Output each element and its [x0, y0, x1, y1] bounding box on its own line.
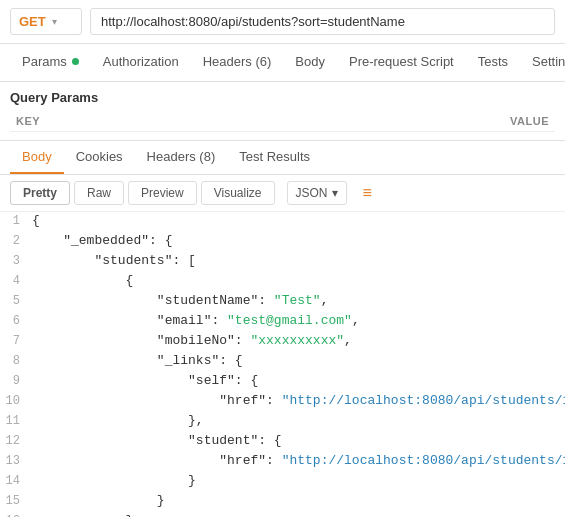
tab-settings[interactable]: Settings	[520, 44, 565, 81]
method-label: GET	[19, 14, 46, 29]
json-line: 10 "href": "http://localhost:8080/api/st…	[0, 392, 565, 412]
url-input[interactable]	[90, 8, 555, 35]
preview-button[interactable]: Preview	[128, 181, 197, 205]
raw-button[interactable]: Raw	[74, 181, 124, 205]
nav-tabs: Params Authorization Headers (6) Body Pr…	[0, 44, 565, 82]
json-format-label: JSON	[296, 186, 328, 200]
tab-cookies[interactable]: Cookies	[64, 141, 135, 174]
json-line: 14 }	[0, 472, 565, 492]
tab-test-results[interactable]: Test Results	[227, 141, 322, 174]
json-content: 1 { 2 "_embedded": { 3 "students": [ 4 {…	[0, 212, 565, 517]
tab-tests[interactable]: Tests	[466, 44, 520, 81]
json-line: 15 }	[0, 492, 565, 512]
top-bar: GET ▾	[0, 0, 565, 44]
json-line: 8 "_links": {	[0, 352, 565, 372]
json-line: 5 "studentName": "Test",	[0, 292, 565, 312]
params-dot	[72, 58, 79, 65]
tab-body-nav[interactable]: Body	[283, 44, 337, 81]
json-line: 2 "_embedded": {	[0, 232, 565, 252]
method-dropdown[interactable]: GET ▾	[10, 8, 82, 35]
params-table: KEY VALUE	[10, 111, 555, 132]
tab-params[interactable]: Params	[10, 44, 91, 81]
json-line: 12 "student": {	[0, 432, 565, 452]
tab-body[interactable]: Body	[10, 141, 64, 174]
json-line: 11 },	[0, 412, 565, 432]
json-line: 4 {	[0, 272, 565, 292]
params-label: Params	[22, 54, 67, 69]
json-line: 16 },	[0, 512, 565, 517]
value-column-header: VALUE	[236, 111, 555, 132]
json-chevron-icon: ▾	[332, 186, 338, 200]
tab-headers-8[interactable]: Headers (8)	[135, 141, 228, 174]
format-toolbar: Pretty Raw Preview Visualize JSON ▾ ≡	[0, 175, 565, 212]
json-line: 9 "self": {	[0, 372, 565, 392]
json-line: 3 "students": [	[0, 252, 565, 272]
query-params-section: Query Params KEY VALUE	[0, 82, 565, 141]
key-column-header: KEY	[10, 111, 236, 132]
json-format-select[interactable]: JSON ▾	[287, 181, 347, 205]
chevron-down-icon: ▾	[52, 16, 57, 27]
json-line: 6 "email": "test@gmail.com",	[0, 312, 565, 332]
json-body: 1 { 2 "_embedded": { 3 "students": [ 4 {…	[0, 212, 565, 517]
filter-icon[interactable]: ≡	[357, 182, 378, 204]
json-line: 13 "href": "http://localhost:8080/api/st…	[0, 452, 565, 472]
pretty-button[interactable]: Pretty	[10, 181, 70, 205]
json-line: 1 {	[0, 212, 565, 232]
visualize-button[interactable]: Visualize	[201, 181, 275, 205]
tab-headers[interactable]: Headers (6)	[191, 44, 284, 81]
tab-pre-request[interactable]: Pre-request Script	[337, 44, 466, 81]
query-params-title: Query Params	[10, 90, 555, 105]
tab-authorization[interactable]: Authorization	[91, 44, 191, 81]
body-tabs: Body Cookies Headers (8) Test Results	[0, 141, 565, 175]
json-line: 7 "mobileNo": "xxxxxxxxxx",	[0, 332, 565, 352]
